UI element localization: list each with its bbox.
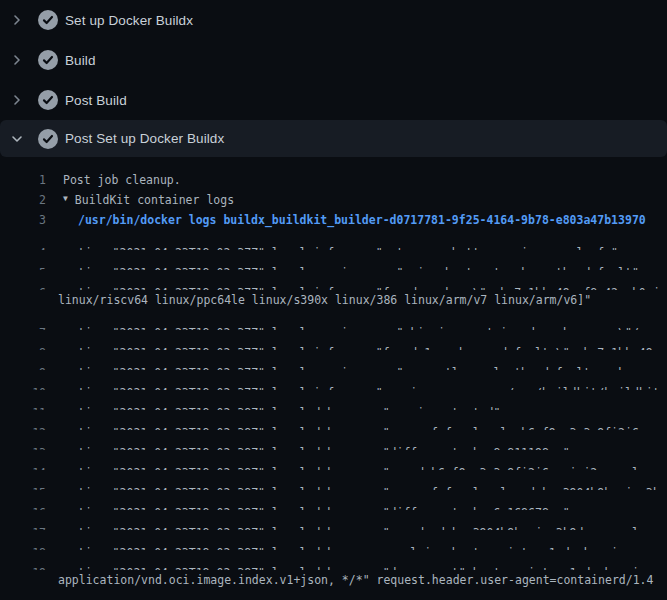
log-line: 10 time="2021-04-23T18:02:37Z" level=inf… bbox=[0, 370, 667, 390]
log-line-number bbox=[0, 570, 46, 590]
steps-list: Set up Docker Buildx Build Post Bu bbox=[0, 0, 667, 157]
step-label: Post Build bbox=[65, 93, 127, 108]
step-header-post-set-up-docker-buildx[interactable]: Post Set up Docker Buildx bbox=[0, 120, 667, 157]
command-text: /usr/bin/docker logs buildx_buildkit_bui… bbox=[46, 210, 646, 230]
chevron-right-icon bbox=[10, 53, 24, 67]
log-line-number[interactable]: 16 bbox=[0, 503, 46, 510]
log-line: 11 time="2021-04-23T18:02:38Z" level=deb… bbox=[0, 390, 667, 410]
log-line-text: time="2021-04-23T18:02:37Z" level=warnin… bbox=[46, 363, 660, 370]
check-circle-icon bbox=[38, 129, 58, 149]
log-line-text: time="2021-04-23T18:02:37Z" level=warnin… bbox=[46, 323, 660, 330]
log-line: 2 ▼BuildKit container logs bbox=[0, 190, 667, 210]
log-line-number[interactable]: 17 bbox=[0, 523, 46, 530]
log-line-number[interactable]: 3 bbox=[0, 210, 46, 230]
log-line: 14 time="2021-04-23T18:02:38Z" level=deb… bbox=[0, 450, 667, 470]
log-line-text: time="2021-04-23T18:02:37Z" level=info m… bbox=[46, 283, 660, 290]
log-line-text: time="2021-04-23T18:02:37Z" level=info m… bbox=[46, 343, 660, 350]
step-label: Build bbox=[65, 53, 96, 68]
log-line-number[interactable]: 14 bbox=[0, 463, 46, 470]
log-line-text: time="2021-04-23T18:02:38Z" level=debug … bbox=[46, 443, 570, 450]
group-title: BuildKit container logs bbox=[75, 190, 234, 210]
log-line-text: time="2021-04-23T18:02:38Z" level=debug … bbox=[46, 423, 660, 430]
log-line: 15 time="2021-04-23T18:02:38Z" level=deb… bbox=[0, 470, 667, 490]
log-line-text: Post job cleanup. bbox=[46, 170, 181, 190]
check-circle-icon bbox=[38, 10, 58, 30]
log-line-number[interactable]: 11 bbox=[0, 403, 46, 410]
log-line: 6 time="2021-04-23T18:02:37Z" level=info… bbox=[0, 270, 667, 290]
log-line: 20 time="2021-04-23T18:02:38Z" level=deb… bbox=[0, 590, 667, 600]
log-line-text: time="2021-04-23T18:02:38Z" level=debug … bbox=[46, 523, 660, 530]
log-line-text: time="2021-04-23T18:02:37Z" level=warnin… bbox=[46, 263, 639, 270]
log-line: 9 time="2021-04-23T18:02:37Z" level=warn… bbox=[0, 350, 667, 370]
log-line-number[interactable]: 18 bbox=[0, 543, 46, 550]
log-line-text: time="2021-04-23T18:02:38Z" level=debug … bbox=[46, 403, 500, 410]
log-line: linux/riscv64 linux/ppc64le linux/s390x … bbox=[0, 290, 667, 310]
log-line-number[interactable]: 4 bbox=[0, 243, 46, 250]
log-line-text: time="2021-04-23T18:02:38Z" level=debug … bbox=[46, 563, 660, 570]
log-line-text: time="2021-04-23T18:02:38Z" level=debug … bbox=[46, 543, 625, 550]
chevron-right-icon bbox=[10, 93, 24, 107]
log-line-number[interactable]: 7 bbox=[0, 323, 46, 330]
log-line-text: time="2021-04-23T18:02:37Z" level=info m… bbox=[46, 243, 618, 250]
check-circle-icon bbox=[38, 50, 58, 70]
log-line: 8 time="2021-04-23T18:02:37Z" level=info… bbox=[0, 330, 667, 350]
log-line-text: time="2021-04-23T18:02:38Z" level=debug … bbox=[46, 503, 570, 510]
log-line: 17 time="2021-04-23T18:02:38Z" level=deb… bbox=[0, 510, 667, 530]
log-line-text: linux/riscv64 linux/ppc64le linux/s390x … bbox=[46, 290, 591, 310]
log-line-number[interactable]: 10 bbox=[0, 383, 46, 390]
log-line-number[interactable]: 1 bbox=[0, 170, 46, 190]
step-header-build[interactable]: Build bbox=[0, 40, 667, 80]
log-line-text: time="2021-04-23T18:02:38Z" level=debug … bbox=[46, 483, 660, 490]
log-line-number[interactable]: 12 bbox=[0, 423, 46, 430]
log-line-number bbox=[0, 290, 46, 310]
workflow-log-viewer: Set up Docker Buildx Build Post Bu bbox=[0, 0, 667, 600]
step-label: Post Set up Docker Buildx bbox=[65, 131, 224, 146]
log-line-number[interactable]: 6 bbox=[0, 283, 46, 290]
chevron-right-icon bbox=[10, 13, 24, 27]
log-line: 1 Post job cleanup. bbox=[0, 170, 667, 190]
log-line-number[interactable]: 8 bbox=[0, 343, 46, 350]
step-header-set-up-docker-buildx[interactable]: Set up Docker Buildx bbox=[0, 0, 667, 40]
log-line-number[interactable]: 2 bbox=[0, 190, 46, 210]
log-line-text: time="2021-04-23T18:02:37Z" level=info m… bbox=[46, 383, 660, 390]
log-line: 4 time="2021-04-23T18:02:37Z" level=info… bbox=[0, 230, 667, 250]
log-line-text: application/vnd.oci.image.index.v1+json,… bbox=[46, 570, 653, 590]
step-header-post-build[interactable]: Post Build bbox=[0, 80, 667, 120]
log-area: 1 Post job cleanup. 2 ▼BuildKit containe… bbox=[0, 157, 667, 600]
log-line-number[interactable]: 9 bbox=[0, 363, 46, 370]
log-line: 16 time="2021-04-23T18:02:38Z" level=deb… bbox=[0, 490, 667, 510]
collapse-triangle-icon: ▼ bbox=[63, 190, 68, 209]
log-line: application/vnd.oci.image.index.v1+json,… bbox=[0, 570, 667, 590]
log-line-text: time="2021-04-23T18:02:38Z" level=debug … bbox=[46, 463, 660, 470]
log-line: 18 time="2021-04-23T18:02:38Z" level=deb… bbox=[0, 530, 667, 550]
check-circle-icon bbox=[38, 90, 58, 110]
group-toggle[interactable]: ▼BuildKit container logs bbox=[46, 190, 234, 210]
step-label: Set up Docker Buildx bbox=[65, 13, 193, 28]
chevron-down-icon bbox=[10, 132, 24, 146]
log-line-number[interactable]: 5 bbox=[0, 263, 46, 270]
log-line: 5 time="2021-04-23T18:02:37Z" level=warn… bbox=[0, 250, 667, 270]
log-line-number[interactable]: 13 bbox=[0, 443, 46, 450]
log-line: 7 time="2021-04-23T18:02:37Z" level=warn… bbox=[0, 310, 667, 330]
log-line: 19 time="2021-04-23T18:02:38Z" level=deb… bbox=[0, 550, 667, 570]
log-line: 13 time="2021-04-23T18:02:38Z" level=deb… bbox=[0, 430, 667, 450]
log-line: 3 /usr/bin/docker logs buildx_buildkit_b… bbox=[0, 210, 667, 230]
log-line-number[interactable]: 19 bbox=[0, 563, 46, 570]
log-line-number[interactable]: 15 bbox=[0, 483, 46, 490]
log-line: 12 time="2021-04-23T18:02:38Z" level=deb… bbox=[0, 410, 667, 430]
